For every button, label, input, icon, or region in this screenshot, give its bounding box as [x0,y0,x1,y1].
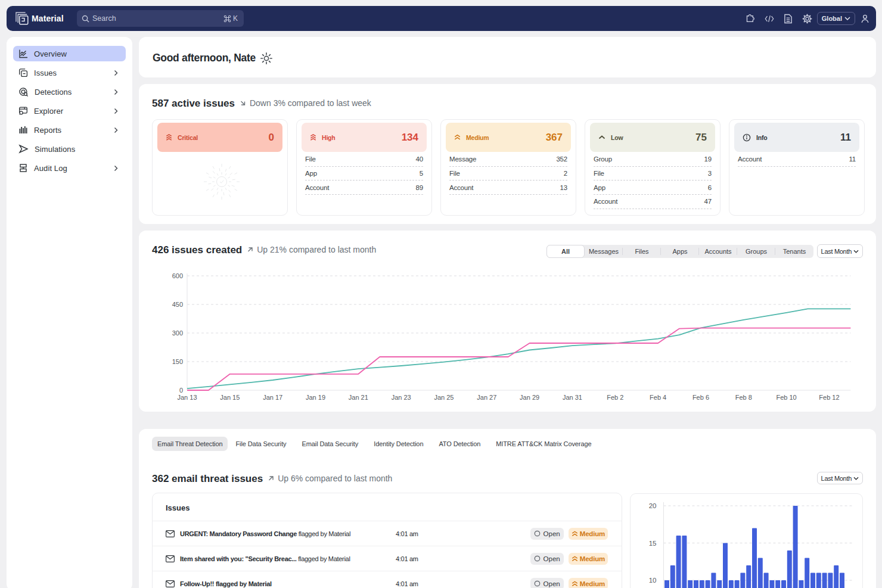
svg-text:Feb 8: Feb 8 [735,394,752,401]
svg-text:450: 450 [172,301,183,308]
svg-text:Feb 10: Feb 10 [776,394,796,401]
svg-text:150: 150 [172,358,183,365]
svg-text:Jan 23: Jan 23 [392,394,411,401]
svg-text:10: 10 [649,577,657,584]
svg-text:Jan 15: Jan 15 [220,394,240,401]
svg-text:Jan 17: Jan 17 [263,394,282,401]
svg-text:Jan 27: Jan 27 [477,394,496,401]
svg-text:Jan 29: Jan 29 [520,394,539,401]
svg-text:0: 0 [179,387,183,394]
svg-text:Jan 21: Jan 21 [349,394,368,401]
svg-text:300: 300 [172,329,183,337]
svg-text:Jan 31: Jan 31 [563,394,582,401]
svg-text:Jan 13: Jan 13 [177,394,197,401]
svg-text:20: 20 [649,502,657,509]
svg-text:600: 600 [172,272,183,279]
svg-text:Feb 6: Feb 6 [692,394,709,401]
svg-text:Jan 25: Jan 25 [434,394,454,401]
svg-text:Feb 2: Feb 2 [607,394,623,401]
svg-text:Feb 12: Feb 12 [819,394,839,401]
svg-text:Feb 4: Feb 4 [650,394,666,401]
svg-text:Jan 19: Jan 19 [306,394,325,401]
svg-text:15: 15 [649,540,657,547]
